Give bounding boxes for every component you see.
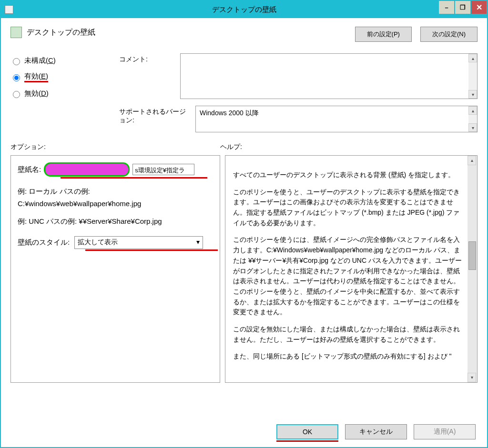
- radio-not-configured-input[interactable]: [13, 58, 20, 65]
- example-value: C:¥windows¥web¥wallpaper¥home.jpg: [18, 198, 213, 210]
- annotation-redline: [61, 177, 207, 179]
- options-panel: 壁紙名: s環境設定¥指定ラ 例: ローカル パスの例: C:¥windows¥…: [10, 155, 220, 383]
- example-label: 例: ローカル パスの例:: [18, 185, 213, 198]
- radio-accel: C: [48, 56, 53, 64]
- help-paragraph: このポリシーを使うと、ユーザーのデスクトップに表示する壁紙を指定できます。ユーザ…: [233, 187, 464, 229]
- window-frame: デスクトップの壁紙 – ❐ ✕ デスクトップの壁紙 前の設定(P) 次の設定(N…: [0, 0, 488, 448]
- wallpaper-style-label: 壁紙のスタイル:: [18, 236, 70, 249]
- options-section-label: オプション:: [10, 143, 220, 151]
- radio-enabled-input[interactable]: [13, 74, 20, 81]
- wallpaper-style-value: 拡大して表示: [78, 237, 118, 248]
- supported-label: サポートされるバージョン:: [119, 106, 191, 125]
- ok-button[interactable]: OK: [276, 424, 338, 439]
- chevron-down-icon: ▾: [196, 237, 200, 248]
- help-section-label: ヘルプ:: [220, 143, 242, 151]
- radio-label-part: 未構成(: [24, 56, 48, 64]
- radio-enabled[interactable]: 有効(E): [10, 72, 111, 82]
- scroll-up-icon[interactable]: ▴: [468, 54, 477, 62]
- policy-icon: [10, 27, 22, 38]
- window-title: デスクトップの壁紙: [1, 5, 487, 14]
- comment-textarea[interactable]: ▴ ▾: [180, 53, 478, 99]
- scroll-up-icon[interactable]: ▴: [468, 106, 477, 115]
- help-paragraph: すべてのユーザーのデスクトップに表示される背景 (壁紙) を指定します。: [233, 170, 464, 180]
- minimize-button[interactable]: –: [438, 1, 455, 14]
- help-paragraph: このポリシーを使うには、壁紙イメージへの完全修飾パスとファイル名を入力します。C…: [233, 235, 464, 318]
- comment-label: コメント:: [119, 53, 175, 64]
- scrollbar-thumb[interactable]: [468, 241, 476, 270]
- radio-disabled[interactable]: 無効(D): [10, 89, 111, 98]
- annotation-redline: [85, 249, 218, 251]
- radio-label-part: ): [46, 72, 48, 80]
- wallpaper-name-label: 壁紙名:: [18, 163, 41, 176]
- maximize-button[interactable]: ❐: [455, 1, 471, 14]
- next-setting-label: 次の設定(N): [432, 30, 466, 38]
- scroll-down-icon[interactable]: ▾: [468, 90, 477, 99]
- radio-accel: E: [41, 72, 46, 80]
- local-path-example: 例: ローカル パスの例: C:¥windows¥web¥wallpaper¥h…: [18, 185, 213, 209]
- radio-not-configured[interactable]: 未構成(C): [10, 56, 111, 65]
- supported-scrollbar[interactable]: ▴ ▾: [468, 106, 477, 132]
- previous-setting-button[interactable]: 前の設定(P): [355, 27, 412, 42]
- next-setting-button[interactable]: 次の設定(N): [420, 27, 478, 42]
- title-bar: デスクトップの壁紙 – ❐ ✕: [1, 1, 487, 18]
- scroll-up-icon[interactable]: ▴: [468, 156, 476, 165]
- unc-path-example: 例: UNC パスの例: ¥¥Server¥Share¥Corp.jpg: [18, 215, 213, 228]
- supported-on-value: Windows 2000 以降: [200, 109, 259, 117]
- redacted-highlight: [44, 162, 130, 177]
- cancel-button[interactable]: キャンセル: [345, 424, 407, 439]
- comment-scrollbar[interactable]: ▴ ▾: [468, 54, 477, 99]
- close-button[interactable]: ✕: [471, 1, 487, 14]
- annotation-redline: [276, 440, 338, 442]
- radio-label-part: ): [46, 89, 49, 97]
- scroll-down-icon[interactable]: ▾: [468, 123, 477, 132]
- radio-label-part: ): [53, 56, 56, 64]
- window-icon: [5, 5, 13, 14]
- scroll-down-icon[interactable]: ▾: [468, 373, 476, 382]
- help-paragraph: この設定を無効にした場合、または構成しなかった場合は、壁紙は表示されません。ただ…: [233, 324, 464, 345]
- help-panel: すべてのユーザーのデスクトップに表示される背景 (壁紙) を指定します。 このポ…: [225, 155, 478, 383]
- policy-title: デスクトップの壁紙: [27, 27, 355, 38]
- supported-on-box: Windows 2000 以降 ▴ ▾: [195, 106, 478, 132]
- previous-setting-label: 前の設定(P): [367, 30, 400, 38]
- wallpaper-name-input[interactable]: s環境設定¥指定ラ: [132, 164, 194, 175]
- help-scrollbar[interactable]: ▴ ▾: [468, 156, 477, 382]
- radio-disabled-input[interactable]: [13, 91, 20, 98]
- radio-label-part: 無効(: [24, 89, 41, 97]
- apply-button: 適用(A): [414, 424, 476, 439]
- wallpaper-style-select[interactable]: 拡大して表示 ▾: [74, 236, 203, 249]
- help-paragraph: また、同じ場所にある [ビットマップ形式の壁紙のみ有効にする] および ": [233, 351, 464, 362]
- radio-accel: D: [41, 89, 46, 97]
- radio-label-part: 有効(: [24, 72, 41, 80]
